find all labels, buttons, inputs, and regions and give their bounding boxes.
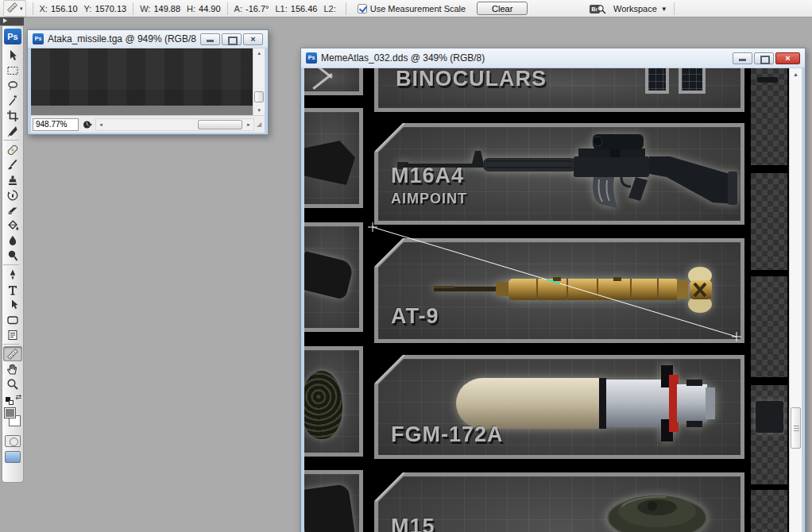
status-flyout-icon[interactable]: [81, 118, 93, 130]
m15-mine-sprite: [604, 483, 710, 532]
clear-button[interactable]: Clear: [477, 2, 528, 15]
notes-tool[interactable]: [3, 327, 22, 342]
measurement-field: A:-16.7°: [234, 4, 269, 13]
sprite-fragment: [757, 77, 778, 83]
healing-brush-icon: [6, 144, 19, 156]
ps-file-icon: Ps: [306, 52, 317, 64]
eraser-tool[interactable]: [3, 202, 22, 218]
ruler-tool-preset[interactable]: ▾: [3, 0, 26, 17]
atlas-partial-panel: [304, 68, 363, 95]
measurement-field: W:149.88: [140, 4, 180, 13]
measurement-field: X:156.10: [40, 4, 78, 13]
atlas-titlebar[interactable]: Ps MemeAtlas_032.dds @ 349% (RGB/8) ×: [301, 48, 805, 67]
shape-tool[interactable]: [3, 312, 22, 327]
workspace-label: Workspace: [613, 4, 657, 13]
zoom-tool[interactable]: [3, 376, 22, 391]
photoshop-app: { "options_bar": { "tool_icon": "ruler-i…: [0, 0, 812, 532]
lasso-tool[interactable]: [3, 78, 22, 93]
path-selection-tool[interactable]: [3, 297, 22, 312]
ataka-window-title: Ataka_missile.tga @ 949% (RGB/8): [48, 33, 196, 44]
m15-panel: M15: [374, 472, 744, 532]
magic-wand-icon: [6, 94, 19, 107]
dodge-icon: [6, 249, 19, 262]
divider: [674, 2, 675, 15]
resize-grip[interactable]: ◢: [257, 121, 263, 128]
binocular-lens-sprite: [645, 68, 669, 94]
atlas-vertical-scrollbar[interactable]: ▲ ▼: [789, 68, 802, 532]
measurement-field: L2:: [323, 4, 338, 13]
minimize-button[interactable]: [733, 52, 752, 64]
sprite-fragment: [312, 73, 332, 90]
history-brush-tool[interactable]: [3, 187, 22, 202]
m15-label: M15: [391, 514, 435, 532]
chevron-down-icon: ▾: [20, 6, 23, 12]
crop-tool[interactable]: [3, 108, 22, 123]
atlas-canvas[interactable]: BINOCULARS M16A4 AIMPOINT: [304, 68, 802, 532]
foreground-color-swatch[interactable]: [4, 407, 16, 418]
transparency-checker-block: [751, 385, 787, 484]
restore-button[interactable]: [754, 52, 774, 64]
ataka-canvas[interactable]: [31, 48, 253, 115]
eraser-icon: [6, 204, 19, 217]
dodge-tool[interactable]: [3, 248, 22, 263]
ataka-horizontal-scrollbar[interactable]: ◄ ►: [95, 118, 254, 131]
pen-tool[interactable]: [3, 267, 22, 282]
scroll-down-icon[interactable]: ▼: [253, 106, 265, 115]
scrollbar-thumb[interactable]: [254, 91, 264, 102]
binoculars-panel: BINOCULARS: [374, 68, 744, 112]
fgm172a-panel: FGM-172A: [374, 355, 744, 459]
scrollbar-thumb[interactable]: [791, 407, 801, 449]
magic-wand-tool[interactable]: [3, 93, 22, 108]
move-tool[interactable]: [3, 48, 22, 63]
zoom-icon: [6, 378, 19, 391]
ataka-image-area: [31, 48, 256, 106]
checkbox-check-icon: [358, 4, 367, 13]
restore-button[interactable]: [222, 33, 242, 45]
aimpoint-label: AIMPOINT: [391, 190, 467, 207]
ataka-titlebar[interactable]: Ps Ataka_missile.tga @ 949% (RGB/8) ×: [28, 30, 268, 48]
marquee-tool[interactable]: [3, 63, 22, 78]
measurement-readouts: X:156.10Y:1570.13W:149.88H:44.90A:-16.7°…: [40, 2, 346, 15]
gun-slide-fragment: [304, 251, 354, 300]
healing-brush-tool[interactable]: [3, 142, 22, 157]
brush-tool[interactable]: [3, 157, 22, 172]
scroll-down-icon[interactable]: ▼: [790, 529, 802, 532]
scroll-up-icon[interactable]: ▲: [253, 48, 265, 58]
m16a4-label: M16A4: [391, 163, 464, 189]
close-button[interactable]: ×: [775, 52, 800, 64]
at9-missile-sprite: [434, 260, 720, 320]
ps-file-icon: Ps: [33, 33, 44, 44]
divider: [133, 2, 133, 15]
zoom-percent-field[interactable]: [33, 118, 79, 131]
workspace-switcher[interactable]: Workspace ▼: [613, 4, 667, 13]
lasso-icon: [6, 79, 19, 92]
scroll-up-icon[interactable]: ▲: [790, 69, 802, 80]
scrollbar-thumb[interactable]: [198, 120, 242, 129]
quick-mask-button[interactable]: [5, 435, 21, 447]
divider: [3, 264, 19, 265]
ps-logo: Ps: [4, 29, 21, 44]
hand-tool[interactable]: [3, 361, 22, 376]
bridge-icon[interactable]: Br: [590, 3, 607, 15]
close-button[interactable]: ×: [243, 33, 263, 45]
type-icon: [6, 283, 19, 296]
scroll-right-icon[interactable]: ►: [244, 119, 253, 130]
ruler-tool[interactable]: [3, 346, 22, 361]
use-measurement-scale-checkbox[interactable]: Use Measurement Scale: [358, 4, 466, 13]
minimize-button[interactable]: [200, 33, 220, 45]
scroll-left-icon[interactable]: ◄: [96, 119, 106, 130]
blur-tool[interactable]: [3, 233, 22, 248]
atlas-partial-panel: [304, 222, 363, 332]
type-tool[interactable]: [3, 282, 22, 297]
swap-colors-icon[interactable]: ⇄: [3, 393, 22, 404]
blur-icon: [6, 234, 19, 247]
ataka-vertical-scrollbar[interactable]: ▲ ▼: [253, 48, 265, 115]
weapon-fragment: [304, 484, 356, 532]
chevron-down-icon: ▼: [661, 6, 667, 13]
paint-bucket-tool[interactable]: [3, 218, 22, 233]
sprite-fragment: [756, 401, 783, 433]
transparency-checker-block: [751, 276, 787, 377]
slice-tool[interactable]: [3, 123, 22, 138]
clone-stamp-tool[interactable]: [3, 172, 22, 187]
screen-mode-button[interactable]: [5, 451, 21, 463]
